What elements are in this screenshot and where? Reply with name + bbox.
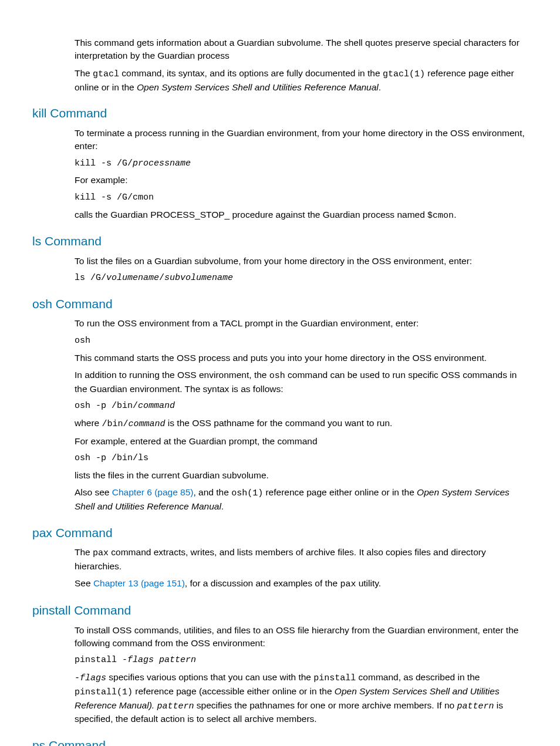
osh-p6: lists the files in the current Guardian … xyxy=(75,469,528,482)
t: . xyxy=(454,210,456,220)
t: The xyxy=(75,68,93,78)
t: reference page (accessible either online… xyxy=(133,686,335,696)
c: ls /G/ xyxy=(75,273,106,283)
t: command extracts, writes, and lists memb… xyxy=(75,547,486,571)
heading-osh: osh Command xyxy=(32,295,528,313)
pax-p2: See Chapter 13 (page 151), for a discuss… xyxy=(75,577,528,591)
t: calls the Guardian PROCESS_STOP_ procedu… xyxy=(75,210,427,220)
t: See xyxy=(75,578,93,588)
link-chapter6[interactable]: Chapter 6 (page 85) xyxy=(112,487,194,497)
param-command: command xyxy=(129,419,166,429)
t: . xyxy=(221,501,224,511)
param-processname: processname xyxy=(133,158,191,168)
code-osh: osh xyxy=(269,371,285,381)
c: / xyxy=(159,273,164,283)
kill-p1: To terminate a process running in the Gu… xyxy=(75,127,528,153)
ls-block: To list the files on a Guardian subvolum… xyxy=(75,255,528,285)
t: In addition to running the OSS environme… xyxy=(75,370,269,380)
c: pinstall - xyxy=(75,655,127,665)
osh-code1: osh xyxy=(75,335,528,347)
heading-ls: ls Command xyxy=(32,232,528,250)
t: command, its syntax, and its options are… xyxy=(119,68,383,78)
pinstall-block: To install OSS commands, utilities, and … xyxy=(75,624,528,726)
code-gtacl1: gtacl(1) xyxy=(383,69,425,79)
ls-p1: To list the files on a Guardian subvolum… xyxy=(75,255,528,268)
param-flags-pattern: flags pattern xyxy=(127,655,196,665)
t: , and the xyxy=(194,487,232,497)
t: command, as described in the xyxy=(356,672,480,682)
code-osh1: osh(1) xyxy=(231,488,263,498)
intro-p2: The gtacl command, its syntax, and its o… xyxy=(75,67,528,94)
t: where xyxy=(75,418,102,428)
param-pattern: pattern xyxy=(157,701,194,711)
link-chapter13[interactable]: Chapter 13 (page 151) xyxy=(93,578,185,588)
t: is the OSS pathname for the command you … xyxy=(166,418,393,428)
t: specifies the pathnames for one or more … xyxy=(194,700,457,710)
c: kill -s /G/ xyxy=(75,158,133,168)
kill-p3: calls the Guardian PROCESS_STOP_ procedu… xyxy=(75,208,528,222)
kill-code2: kill -s /G/cmon xyxy=(75,191,528,204)
intro-p1: This command gets information about a Gu… xyxy=(75,36,528,63)
code-pax: pax xyxy=(340,579,356,589)
code-pinstall: pinstall xyxy=(313,673,356,683)
t: utility. xyxy=(356,578,381,588)
t: specifies various options that you can u… xyxy=(106,672,313,682)
c: osh -p /bin/ xyxy=(75,401,138,411)
osh-code2: osh -p /bin/command xyxy=(75,400,528,413)
code-pinstall1: pinstall(1) xyxy=(75,687,133,697)
osh-block: To run the OSS environment from a TACL p… xyxy=(75,317,528,513)
param-flags: -flags xyxy=(75,673,106,683)
pinstall-p2: -flags specifies various options that yo… xyxy=(75,671,528,726)
osh-p3: In addition to running the OSS environme… xyxy=(75,369,528,396)
osh-p2: This command starts the OSS process and … xyxy=(75,352,528,364)
pinstall-code1: pinstall -flags pattern xyxy=(75,654,528,667)
kill-code1: kill -s /G/processname xyxy=(75,157,528,170)
kill-block: To terminate a process running in the Gu… xyxy=(75,127,528,222)
code-bin: /bin/ xyxy=(102,419,129,429)
heading-pax: pax Command xyxy=(32,524,528,542)
code-gtacl: gtacl xyxy=(93,69,119,79)
heading-kill: kill Command xyxy=(32,104,528,122)
t: . xyxy=(379,82,381,92)
osh-p1: To run the OSS environment from a TACL p… xyxy=(75,317,528,330)
pinstall-p1: To install OSS commands, utilities, and … xyxy=(75,624,528,650)
param-pattern: pattern xyxy=(457,701,494,711)
param-command: command xyxy=(138,401,175,411)
osh-p4: where /bin/command is the OSS pathname f… xyxy=(75,417,528,431)
osh-p5: For example, entered at the Guardian pro… xyxy=(75,435,528,448)
param-volumename: volumename xyxy=(106,273,159,283)
ls-code1: ls /G/volumename/subvolumename xyxy=(75,272,528,285)
t: reference page either online or in the xyxy=(263,487,417,497)
heading-pinstall: pinstall Command xyxy=(32,602,528,619)
param-subvolumename: subvolumename xyxy=(164,273,233,283)
manual-title: Open System Services Shell and Utilities… xyxy=(137,82,379,92)
t: The xyxy=(75,547,93,557)
pax-p1: The pax command extracts, writes, and li… xyxy=(75,546,528,573)
t: Also see xyxy=(75,487,112,497)
t: , for a discussion and examples of the xyxy=(185,578,340,588)
osh-p7: Also see Chapter 6 (page 85), and the os… xyxy=(75,486,528,513)
code-pax: pax xyxy=(93,548,109,558)
heading-ps: ps Command xyxy=(32,737,528,746)
osh-code3: osh -p /bin/ls xyxy=(75,452,528,465)
code-cmon: $cmon xyxy=(427,211,454,221)
pax-block: The pax command extracts, writes, and li… xyxy=(75,546,528,591)
intro-block: This command gets information about a Gu… xyxy=(75,36,528,94)
kill-p2: For example: xyxy=(75,174,528,187)
